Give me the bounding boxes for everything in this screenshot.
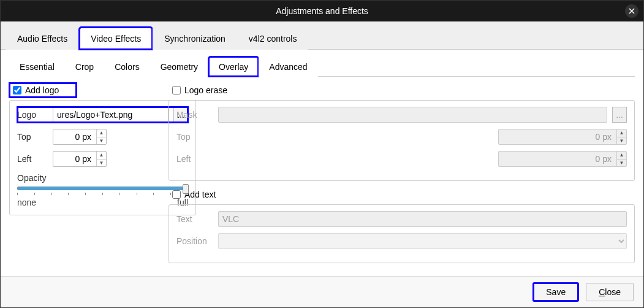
sub-tab-crop[interactable]: Crop [65, 56, 104, 77]
mask-input [218, 107, 607, 123]
opacity-min-label: none [17, 198, 36, 207]
logo-left-row: Left ▲▼ [17, 151, 188, 167]
main-tab-bar: Audio Effects Video Effects Synchronizat… [1, 21, 643, 50]
sub-tab-colors[interactable]: Colors [104, 56, 150, 77]
tab-content: Essential Crop Colors Geometry Overlay A… [1, 50, 643, 276]
opacity-slider[interactable] [17, 187, 188, 190]
chevron-up-icon: ▲ [97, 152, 106, 160]
logo-path-input[interactable] [53, 107, 169, 123]
chevron-down-icon: ▼ [617, 160, 626, 167]
erase-left-stepper: ▲▼ [616, 152, 626, 166]
logo-left-spin: ▲▼ [53, 151, 107, 167]
mask-row: Mask ... [176, 107, 627, 123]
logo-left-label: Left [17, 154, 48, 164]
add-logo-checkbox[interactable] [13, 86, 21, 94]
erase-top-label: Top [176, 132, 213, 142]
sub-tab-advanced[interactable]: Advanced [259, 56, 317, 77]
logo-top-label: Top [17, 132, 48, 142]
opacity-block: Opacity none full [17, 173, 188, 207]
add-text-label: Add text [184, 190, 216, 199]
logo-erase-label: Logo erase [184, 85, 227, 95]
sub-tab-geometry[interactable]: Geometry [150, 56, 208, 77]
chevron-down-icon: ▼ [617, 137, 626, 145]
sub-tab-essential[interactable]: Essential [9, 56, 65, 77]
close-rest: lose [605, 287, 621, 297]
tab-video-effects[interactable]: Video Effects [79, 27, 153, 50]
close-icon [629, 8, 635, 14]
close-button[interactable]: Close [586, 283, 634, 301]
logo-path-label: Logo [17, 110, 48, 120]
logo-left-stepper[interactable]: ▲▼ [96, 152, 106, 166]
add-logo-label: Add logo [25, 85, 59, 95]
window-title: Adjustments and Effects [276, 6, 368, 16]
chevron-down-icon: ▼ [97, 160, 106, 167]
logo-top-stepper[interactable]: ▲▼ [96, 129, 106, 144]
sub-tab-overlay[interactable]: Overlay [208, 56, 259, 77]
right-column: Logo erase Mask ... Top ▲▼ [169, 83, 635, 270]
erase-left-label: Left [176, 154, 213, 164]
add-text-group: Text Position [169, 204, 635, 263]
add-text-check-row: Add text [169, 187, 635, 202]
logo-top-spin: ▲▼ [53, 129, 107, 145]
logo-erase-group: Mask ... Top ▲▼ Left [169, 100, 635, 181]
erase-top-spin: ▲▼ [498, 129, 627, 145]
chevron-up-icon: ▲ [97, 129, 106, 137]
add-logo-section: Add logo Logo ... Top ▲▼ Left [9, 83, 161, 270]
position-label: Position [176, 236, 213, 246]
logo-erase-section: Logo erase Mask ... Top ▲▼ [169, 83, 635, 181]
tab-synchronization[interactable]: Synchronization [153, 27, 237, 50]
logo-path-row: Logo ... [17, 107, 188, 123]
dialog-footer: Save Close [1, 276, 643, 307]
mask-browse-button: ... [612, 107, 627, 123]
erase-left-spin: ▲▼ [498, 151, 627, 167]
save-button[interactable]: Save [533, 283, 578, 301]
logo-erase-check-row: Logo erase [169, 83, 635, 98]
erase-top-row: Top ▲▼ [176, 129, 627, 145]
title-bar: Adjustments and Effects [1, 1, 643, 21]
text-label: Text [176, 214, 213, 224]
chevron-down-icon: ▼ [97, 137, 106, 145]
position-row: Position [176, 233, 627, 249]
logo-top-row: Top ▲▼ [17, 129, 188, 145]
tab-audio-effects[interactable]: Audio Effects [6, 27, 79, 50]
opacity-range-labels: none full [17, 198, 188, 207]
sub-tab-bar: Essential Crop Colors Geometry Overlay A… [9, 56, 635, 77]
opacity-label: Opacity [17, 173, 188, 183]
opacity-slider-thumb[interactable] [183, 184, 189, 194]
chevron-up-icon: ▲ [617, 152, 626, 160]
text-row: Text [176, 211, 627, 227]
logo-erase-checkbox[interactable] [172, 86, 181, 94]
text-input [218, 211, 627, 227]
erase-left-input [498, 151, 627, 167]
add-text-section: Add text Text Position [169, 187, 635, 263]
opacity-ticks [17, 193, 188, 195]
position-select [218, 233, 627, 249]
chevron-up-icon: ▲ [617, 129, 626, 137]
tab-v4l2-controls[interactable]: v4l2 controls [237, 27, 309, 50]
erase-top-stepper: ▲▼ [616, 129, 626, 144]
window-close-button[interactable] [625, 4, 638, 18]
erase-left-row: Left ▲▼ [176, 151, 627, 167]
mask-label: Mask [176, 110, 213, 120]
add-logo-check-row: Add logo [9, 83, 77, 98]
add-text-checkbox[interactable] [172, 190, 181, 199]
erase-top-input [498, 129, 627, 145]
overlay-panels: Add logo Logo ... Top ▲▼ Left [9, 77, 635, 270]
close-accel: C [599, 287, 605, 297]
